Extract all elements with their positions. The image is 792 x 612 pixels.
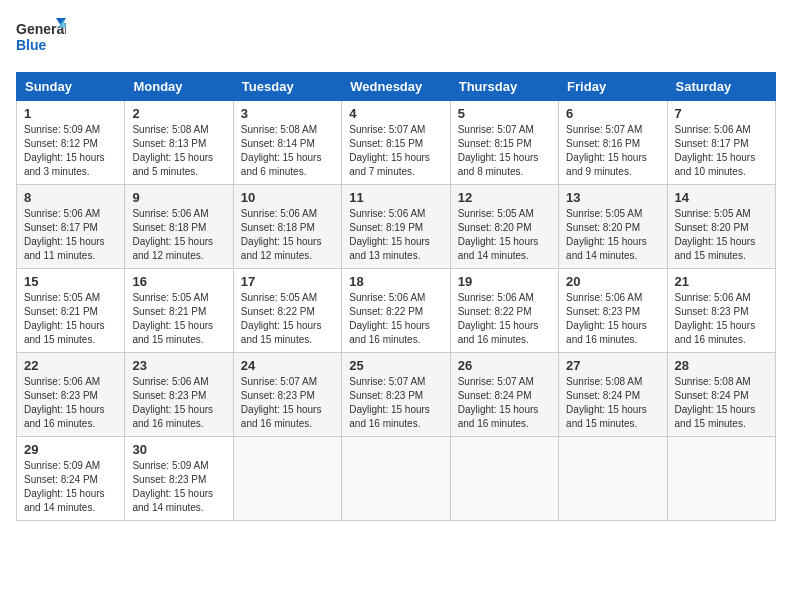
day-number: 18	[349, 274, 442, 289]
day-number: 21	[675, 274, 768, 289]
day-info: Sunrise: 5:06 AMSunset: 8:23 PMDaylight:…	[24, 375, 117, 431]
day-number: 30	[132, 442, 225, 457]
day-info: Sunrise: 5:07 AMSunset: 8:16 PMDaylight:…	[566, 123, 659, 179]
day-info: Sunrise: 5:07 AMSunset: 8:15 PMDaylight:…	[458, 123, 551, 179]
day-number: 7	[675, 106, 768, 121]
calendar-cell: 3Sunrise: 5:08 AMSunset: 8:14 PMDaylight…	[233, 101, 341, 185]
day-number: 16	[132, 274, 225, 289]
calendar-cell: 25Sunrise: 5:07 AMSunset: 8:23 PMDayligh…	[342, 353, 450, 437]
day-info: Sunrise: 5:06 AMSunset: 8:18 PMDaylight:…	[132, 207, 225, 263]
day-number: 23	[132, 358, 225, 373]
day-info: Sunrise: 5:08 AMSunset: 8:14 PMDaylight:…	[241, 123, 334, 179]
day-number: 20	[566, 274, 659, 289]
day-number: 19	[458, 274, 551, 289]
day-number: 3	[241, 106, 334, 121]
calendar-cell	[450, 437, 558, 521]
day-number: 5	[458, 106, 551, 121]
day-number: 29	[24, 442, 117, 457]
day-info: Sunrise: 5:08 AMSunset: 8:24 PMDaylight:…	[675, 375, 768, 431]
day-number: 8	[24, 190, 117, 205]
day-number: 12	[458, 190, 551, 205]
calendar-cell: 9Sunrise: 5:06 AMSunset: 8:18 PMDaylight…	[125, 185, 233, 269]
header-saturday: Saturday	[667, 73, 775, 101]
calendar-cell: 15Sunrise: 5:05 AMSunset: 8:21 PMDayligh…	[17, 269, 125, 353]
day-info: Sunrise: 5:08 AMSunset: 8:24 PMDaylight:…	[566, 375, 659, 431]
day-info: Sunrise: 5:08 AMSunset: 8:13 PMDaylight:…	[132, 123, 225, 179]
day-number: 17	[241, 274, 334, 289]
day-info: Sunrise: 5:06 AMSunset: 8:17 PMDaylight:…	[675, 123, 768, 179]
calendar-cell: 26Sunrise: 5:07 AMSunset: 8:24 PMDayligh…	[450, 353, 558, 437]
calendar-cell: 14Sunrise: 5:05 AMSunset: 8:20 PMDayligh…	[667, 185, 775, 269]
day-info: Sunrise: 5:07 AMSunset: 8:23 PMDaylight:…	[349, 375, 442, 431]
day-number: 27	[566, 358, 659, 373]
calendar-cell	[667, 437, 775, 521]
calendar-cell: 10Sunrise: 5:06 AMSunset: 8:18 PMDayligh…	[233, 185, 341, 269]
calendar-cell: 20Sunrise: 5:06 AMSunset: 8:23 PMDayligh…	[559, 269, 667, 353]
day-info: Sunrise: 5:05 AMSunset: 8:20 PMDaylight:…	[566, 207, 659, 263]
day-number: 24	[241, 358, 334, 373]
calendar-cell: 11Sunrise: 5:06 AMSunset: 8:19 PMDayligh…	[342, 185, 450, 269]
day-info: Sunrise: 5:05 AMSunset: 8:20 PMDaylight:…	[675, 207, 768, 263]
day-info: Sunrise: 5:05 AMSunset: 8:20 PMDaylight:…	[458, 207, 551, 263]
calendar-cell: 28Sunrise: 5:08 AMSunset: 8:24 PMDayligh…	[667, 353, 775, 437]
calendar-cell: 6Sunrise: 5:07 AMSunset: 8:16 PMDaylight…	[559, 101, 667, 185]
header-tuesday: Tuesday	[233, 73, 341, 101]
header-thursday: Thursday	[450, 73, 558, 101]
day-info: Sunrise: 5:05 AMSunset: 8:21 PMDaylight:…	[132, 291, 225, 347]
day-number: 1	[24, 106, 117, 121]
day-info: Sunrise: 5:07 AMSunset: 8:24 PMDaylight:…	[458, 375, 551, 431]
day-info: Sunrise: 5:05 AMSunset: 8:22 PMDaylight:…	[241, 291, 334, 347]
calendar-week-1: 1Sunrise: 5:09 AMSunset: 8:12 PMDaylight…	[17, 101, 776, 185]
calendar-header: SundayMondayTuesdayWednesdayThursdayFrid…	[17, 73, 776, 101]
day-number: 15	[24, 274, 117, 289]
calendar-cell: 24Sunrise: 5:07 AMSunset: 8:23 PMDayligh…	[233, 353, 341, 437]
day-info: Sunrise: 5:05 AMSunset: 8:21 PMDaylight:…	[24, 291, 117, 347]
calendar-cell: 16Sunrise: 5:05 AMSunset: 8:21 PMDayligh…	[125, 269, 233, 353]
calendar-cell: 18Sunrise: 5:06 AMSunset: 8:22 PMDayligh…	[342, 269, 450, 353]
svg-text:General: General	[16, 21, 66, 37]
day-info: Sunrise: 5:09 AMSunset: 8:24 PMDaylight:…	[24, 459, 117, 515]
day-info: Sunrise: 5:09 AMSunset: 8:23 PMDaylight:…	[132, 459, 225, 515]
calendar-week-2: 8Sunrise: 5:06 AMSunset: 8:17 PMDaylight…	[17, 185, 776, 269]
calendar-cell: 21Sunrise: 5:06 AMSunset: 8:23 PMDayligh…	[667, 269, 775, 353]
day-info: Sunrise: 5:06 AMSunset: 8:18 PMDaylight:…	[241, 207, 334, 263]
calendar-cell: 12Sunrise: 5:05 AMSunset: 8:20 PMDayligh…	[450, 185, 558, 269]
day-info: Sunrise: 5:06 AMSunset: 8:17 PMDaylight:…	[24, 207, 117, 263]
day-info: Sunrise: 5:06 AMSunset: 8:19 PMDaylight:…	[349, 207, 442, 263]
calendar-cell: 5Sunrise: 5:07 AMSunset: 8:15 PMDaylight…	[450, 101, 558, 185]
calendar-cell: 22Sunrise: 5:06 AMSunset: 8:23 PMDayligh…	[17, 353, 125, 437]
calendar-cell: 27Sunrise: 5:08 AMSunset: 8:24 PMDayligh…	[559, 353, 667, 437]
day-number: 11	[349, 190, 442, 205]
calendar-cell	[559, 437, 667, 521]
calendar-cell: 29Sunrise: 5:09 AMSunset: 8:24 PMDayligh…	[17, 437, 125, 521]
calendar-cell	[233, 437, 341, 521]
page-header: General Blue	[16, 16, 776, 60]
calendar-cell: 19Sunrise: 5:06 AMSunset: 8:22 PMDayligh…	[450, 269, 558, 353]
day-info: Sunrise: 5:06 AMSunset: 8:22 PMDaylight:…	[349, 291, 442, 347]
calendar-week-4: 22Sunrise: 5:06 AMSunset: 8:23 PMDayligh…	[17, 353, 776, 437]
calendar-cell: 7Sunrise: 5:06 AMSunset: 8:17 PMDaylight…	[667, 101, 775, 185]
header-friday: Friday	[559, 73, 667, 101]
svg-text:Blue: Blue	[16, 37, 47, 53]
day-number: 26	[458, 358, 551, 373]
day-number: 22	[24, 358, 117, 373]
day-number: 2	[132, 106, 225, 121]
calendar-week-3: 15Sunrise: 5:05 AMSunset: 8:21 PMDayligh…	[17, 269, 776, 353]
logo: General Blue	[16, 16, 66, 60]
calendar-week-5: 29Sunrise: 5:09 AMSunset: 8:24 PMDayligh…	[17, 437, 776, 521]
day-info: Sunrise: 5:07 AMSunset: 8:23 PMDaylight:…	[241, 375, 334, 431]
day-info: Sunrise: 5:06 AMSunset: 8:22 PMDaylight:…	[458, 291, 551, 347]
day-info: Sunrise: 5:06 AMSunset: 8:23 PMDaylight:…	[675, 291, 768, 347]
calendar-cell: 4Sunrise: 5:07 AMSunset: 8:15 PMDaylight…	[342, 101, 450, 185]
day-number: 6	[566, 106, 659, 121]
calendar-cell: 13Sunrise: 5:05 AMSunset: 8:20 PMDayligh…	[559, 185, 667, 269]
logo-svg: General Blue	[16, 16, 66, 60]
calendar-cell: 23Sunrise: 5:06 AMSunset: 8:23 PMDayligh…	[125, 353, 233, 437]
day-info: Sunrise: 5:06 AMSunset: 8:23 PMDaylight:…	[566, 291, 659, 347]
calendar-table: SundayMondayTuesdayWednesdayThursdayFrid…	[16, 72, 776, 521]
calendar-cell: 2Sunrise: 5:08 AMSunset: 8:13 PMDaylight…	[125, 101, 233, 185]
day-number: 14	[675, 190, 768, 205]
header-wednesday: Wednesday	[342, 73, 450, 101]
day-number: 9	[132, 190, 225, 205]
calendar-cell: 30Sunrise: 5:09 AMSunset: 8:23 PMDayligh…	[125, 437, 233, 521]
